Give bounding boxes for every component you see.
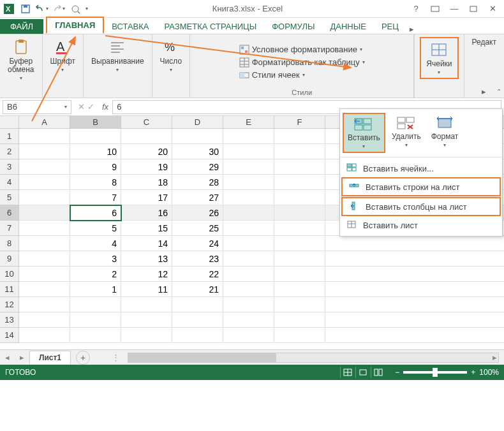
row-header[interactable]: 8 [0,236,19,251]
cell[interactable] [274,267,325,282]
cell[interactable]: 26 [172,205,223,221]
editing-button[interactable]: Редакт [470,37,499,48]
delete-cells-button[interactable]: Удалить ▾ [388,113,425,153]
cell[interactable]: 1 [70,282,121,297]
cell[interactable] [19,205,70,221]
cell[interactable] [19,190,70,205]
tab-data[interactable]: ДАННЫЕ [322,19,373,34]
page-break-view-icon[interactable] [371,367,385,378]
confirm-icon[interactable]: ✓ [87,102,94,112]
cell[interactable]: 16 [121,205,172,221]
split-handle-icon[interactable]: ⋮ [109,353,122,362]
cell[interactable] [19,236,70,251]
cell[interactable] [223,312,274,328]
cell-styles-button[interactable]: Стили ячеек ▾ [238,69,366,81]
cell[interactable]: 11 [121,282,172,297]
cell[interactable]: 10 [70,144,121,159]
cell[interactable] [274,251,325,267]
cell[interactable] [70,328,121,343]
cell[interactable] [274,282,325,297]
cells-button[interactable]: Ячейки ▾ [424,40,454,77]
column-header[interactable]: B [70,116,121,129]
cell[interactable] [172,297,223,312]
sheet-tab[interactable]: Лист1 [29,351,71,364]
column-header[interactable]: F [274,116,325,129]
row-header[interactable]: 1 [0,129,19,144]
ribbon-scroll-right-icon[interactable]: ▸ [482,87,486,96]
collapse-ribbon-icon[interactable]: ⌃ [496,88,501,95]
cell[interactable] [121,312,172,328]
cell[interactable] [274,159,325,175]
cell[interactable] [274,312,325,328]
cell[interactable] [121,297,172,312]
tab-formulas[interactable]: ФОРМУЛЫ [264,19,322,34]
cell[interactable]: 15 [121,221,172,236]
cell[interactable] [19,267,70,282]
horizontal-scrollbar[interactable]: ◂ ▸ [128,353,499,363]
menu-insert-rows[interactable]: Вставить строки на лист [341,177,501,196]
number-button[interactable]: % Число ▾ [158,37,185,74]
format-as-table-button[interactable]: Форматировать как таблицу ▾ [238,57,366,68]
cell[interactable]: 27 [172,190,223,205]
cell[interactable] [274,144,325,159]
cell[interactable]: 28 [172,175,223,190]
alignment-button[interactable]: Выравнивание ▾ [89,37,147,74]
cell[interactable] [172,328,223,343]
cell[interactable]: 14 [121,236,172,251]
tab-insert[interactable]: ВСТАВКА [104,19,156,34]
cell[interactable]: 13 [121,251,172,267]
cell[interactable] [274,129,325,144]
cell[interactable]: 24 [172,236,223,251]
tab-scroll-right-icon[interactable]: ▸ [406,24,418,34]
tab-home[interactable]: ГЛАВНАЯ [46,17,104,34]
cell[interactable] [223,221,274,236]
cell[interactable] [223,267,274,282]
conditional-formatting-button[interactable]: Условное форматирование ▾ [238,44,366,55]
close-icon[interactable]: ✕ [484,3,501,15]
cell[interactable] [223,159,274,175]
cell[interactable] [223,205,274,221]
cell[interactable]: 30 [172,144,223,159]
normal-view-icon[interactable] [340,367,354,378]
cell[interactable]: 17 [121,190,172,205]
tab-file[interactable]: ФАЙЛ [0,19,43,34]
name-box[interactable]: B6 ▾ [3,100,71,114]
cell[interactable] [19,312,70,328]
undo-icon[interactable]: ▾ [36,3,48,15]
cell[interactable]: 22 [172,267,223,282]
cell[interactable] [223,129,274,144]
cell[interactable] [70,297,121,312]
row-header[interactable]: 6 [0,205,19,221]
cell[interactable] [223,190,274,205]
zoom-level[interactable]: 100% [479,368,499,377]
cell[interactable]: 20 [121,144,172,159]
cell[interactable] [70,312,121,328]
sheet-nav-next-icon[interactable]: ▸ [15,353,29,362]
cell[interactable] [274,297,325,312]
cell[interactable] [19,297,70,312]
cell[interactable] [172,312,223,328]
menu-insert-sheet[interactable]: Вставить лист [340,217,502,233]
cell[interactable] [19,251,70,267]
zoom-in-button[interactable]: + [471,368,475,377]
select-all-corner[interactable] [0,116,19,129]
cell[interactable] [274,175,325,190]
column-header[interactable]: C [121,116,172,129]
column-header[interactable]: D [172,116,223,129]
cell[interactable] [121,129,172,144]
cell[interactable]: 4 [70,236,121,251]
cell[interactable]: 7 [70,190,121,205]
row-header[interactable]: 12 [0,297,19,312]
zoom-slider[interactable] [403,371,467,374]
fx-icon[interactable]: fx [98,102,112,112]
cell[interactable] [274,328,325,343]
cell[interactable] [274,190,325,205]
cell[interactable]: 9 [70,159,121,175]
redo-icon[interactable]: ▾ [52,3,65,15]
cell[interactable] [274,236,325,251]
menu-insert-cells[interactable]: Вставить ячейки... [340,160,502,177]
add-sheet-button[interactable]: + [76,351,90,365]
cell[interactable]: 2 [70,267,121,282]
cell[interactable] [19,221,70,236]
row-header[interactable]: 14 [0,328,19,343]
